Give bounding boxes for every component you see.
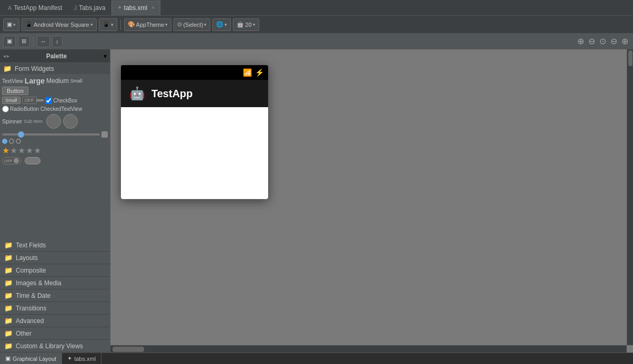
switch-handle <box>14 158 19 163</box>
toggle-panel-icon: ▣ <box>7 38 12 45</box>
device-selector[interactable]: 📱 Android Wear Square ▾ <box>22 18 97 31</box>
device-icon: 📱 <box>25 21 33 28</box>
category-advanced[interactable]: 📁 Advanced <box>0 315 110 327</box>
fit-height-btn[interactable]: ↕ <box>52 36 63 47</box>
widget-small-btn[interactable]: Small <box>2 97 21 104</box>
bottom-tab-graphical[interactable]: ▣ Graphical Layout <box>0 353 62 364</box>
category-other[interactable]: 📁 Other <box>0 327 110 340</box>
battery-icon: ⚡ <box>255 68 264 77</box>
app-title: TestApp <box>151 88 193 100</box>
close-tab-icon[interactable]: × <box>151 5 155 11</box>
spinner-widget-2[interactable] <box>63 114 78 129</box>
bottom-tabs: ▣ Graphical Layout ✦ tabs.xml <box>0 352 633 364</box>
widget-switch-2[interactable] <box>25 157 40 164</box>
widget-row-radiogroup <box>2 139 108 144</box>
widget-large[interactable]: Large <box>25 77 45 85</box>
arrow-right-icon[interactable]: ▸ <box>7 53 9 59</box>
java-icon: J <box>74 5 77 11</box>
widget-small[interactable]: Small <box>70 78 83 84</box>
spinner-widget-1[interactable] <box>46 114 61 129</box>
star-5: ★ <box>34 145 41 155</box>
folder-icon-images: 📁 <box>4 279 13 287</box>
category-text-fields-label: Text Fields <box>16 242 46 249</box>
star-3: ★ <box>18 145 25 155</box>
orientation-btn[interactable]: 📱 ▾ <box>99 18 117 31</box>
theme-chevron: ▾ <box>165 22 168 27</box>
category-other-label: Other <box>16 330 32 337</box>
category-transitions[interactable]: 📁 Transitions <box>0 302 110 315</box>
section-form-widgets-label: Form Widgets <box>15 65 54 72</box>
layout-mode-btn[interactable]: ▣ ▾ <box>3 18 19 31</box>
category-images-label: Images & Media <box>16 279 62 287</box>
device-status-bar: 📶 ⚡ <box>121 65 268 80</box>
zoom-fit-btn[interactable]: ⊙ <box>598 36 608 46</box>
theme-icon: 🎨 <box>128 21 135 28</box>
tab-xml[interactable]: ✦ tabs.xml × <box>111 1 161 15</box>
widget-radio[interactable]: RadioButton <box>2 106 39 112</box>
category-advanced-label: Advanced <box>16 317 44 325</box>
palette-title: Palette <box>46 53 67 60</box>
checkbox-label: CheckBox <box>54 98 78 103</box>
widget-seekbar[interactable] <box>2 133 100 136</box>
category-composite-label: Composite <box>16 267 46 274</box>
category-time-date[interactable]: 📁 Time & Date <box>0 289 110 302</box>
activity-selector[interactable]: ⊙ (Select) ▾ <box>173 18 210 31</box>
horizontal-scroll-thumb[interactable] <box>113 347 144 352</box>
tab-java[interactable]: J Tabs.java <box>68 1 111 15</box>
section-form-widgets[interactable]: 📁 Form Widgets <box>0 63 110 75</box>
palette-title-text: Palette <box>46 53 67 60</box>
widget-toggle-off[interactable]: OFF <box>22 97 37 104</box>
folder-icon-advanced: 📁 <box>4 317 13 325</box>
canvas-area[interactable]: 📶 ⚡ 🤖 TestApp <box>110 49 633 352</box>
xml-icon: ✦ <box>117 4 122 11</box>
widget-checked-textview[interactable]: CheckedTextView <box>40 106 82 112</box>
category-composite[interactable]: 📁 Composite <box>0 264 110 277</box>
arrow-left-icon[interactable]: ◂ <box>3 53 6 59</box>
widget-row-textview: TextView Large Medium Small Button <box>2 77 108 95</box>
toggle-grid-btn[interactable]: ⊞ <box>18 36 30 47</box>
zoom-plus-btn[interactable]: ⊕ <box>620 36 630 46</box>
widget-button[interactable]: Button <box>2 87 28 95</box>
fit-width-btn[interactable]: ↔ <box>37 36 50 47</box>
toggle-panel-btn[interactable]: ▣ <box>3 36 16 47</box>
zoom-out-btn[interactable]: ⊖ <box>587 36 597 46</box>
horizontal-scrollbar[interactable] <box>110 345 627 352</box>
category-custom-library[interactable]: 📁 Custom & Library Views <box>0 340 110 352</box>
vertical-scrollbar[interactable] <box>627 49 633 345</box>
api-selector[interactable]: 🤖 20 ▾ <box>233 18 259 31</box>
fit-width-icon: ↔ <box>40 38 46 45</box>
category-images-media[interactable]: 📁 Images & Media <box>0 277 110 289</box>
manifest-icon: A <box>8 5 12 11</box>
widget-checkbox[interactable]: CheckBox <box>45 97 78 104</box>
form-widgets-content: TextView Large Medium Small Button Small… <box>0 75 110 239</box>
zoom-in-btn[interactable]: ⊕ <box>576 36 586 46</box>
tab-manifest[interactable]: A TestApp Manifest <box>2 1 68 15</box>
bottom-tab-xml[interactable]: ✦ tabs.xml <box>62 353 101 364</box>
widget-textview[interactable]: TextView <box>2 78 23 84</box>
palette-expand-icon[interactable]: ▾ <box>104 53 107 60</box>
theme-selector[interactable]: 🎨 AppTheme ▾ <box>124 18 172 31</box>
vertical-scroll-thumb[interactable] <box>628 50 632 66</box>
xml-tab-icon: ✦ <box>67 355 72 362</box>
widget-row-seekbar <box>2 130 108 139</box>
checkbox-input[interactable] <box>45 97 52 104</box>
device-frame: 📶 ⚡ 🤖 TestApp <box>121 65 268 199</box>
widget-medium[interactable]: Medium <box>46 77 69 85</box>
seekbar-thumb[interactable] <box>18 131 24 138</box>
locale-selector[interactable]: 🌐 ▾ <box>212 18 231 31</box>
radio-dot-active[interactable] <box>2 139 7 144</box>
api-label: 20 <box>245 22 251 28</box>
widget-switch[interactable]: OFF <box>2 157 21 164</box>
radio-dot-1[interactable] <box>9 139 14 144</box>
star-2: ★ <box>10 145 17 155</box>
radio-dot-2[interactable] <box>16 139 21 144</box>
radio-input[interactable] <box>2 106 9 112</box>
widget-toggle-handle[interactable] <box>36 99 44 101</box>
widget-subitem: Sub Item <box>24 119 43 124</box>
widget-ratingbar[interactable]: ★ ★ ★ ★ ★ <box>2 145 108 155</box>
zoom-minus-btn[interactable]: ⊖ <box>609 36 619 46</box>
category-layouts[interactable]: 📁 Layouts <box>0 252 110 264</box>
category-text-fields[interactable]: 📁 Text Fields <box>0 239 110 252</box>
app-bar: 🤖 TestApp <box>121 80 268 107</box>
activity-icon: ⊙ <box>177 21 182 28</box>
